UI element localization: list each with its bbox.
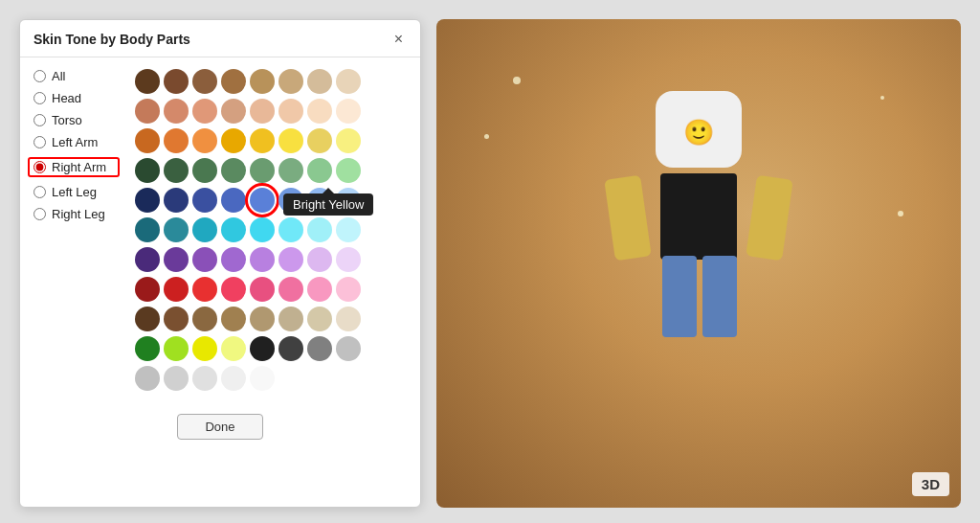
color-swatch-11[interactable]: [221, 99, 246, 124]
color-swatch-51[interactable]: [221, 247, 246, 272]
color-swatch-73[interactable]: [164, 336, 189, 361]
color-swatch-60[interactable]: [250, 277, 275, 302]
color-swatch-61[interactable]: [278, 277, 303, 302]
color-swatch-3[interactable]: [221, 69, 246, 94]
color-swatch-21[interactable]: [278, 128, 303, 153]
color-swatch-44[interactable]: [250, 217, 275, 242]
radio-torso[interactable]: [33, 114, 46, 126]
color-swatch-5[interactable]: [278, 69, 303, 94]
color-swatch-1[interactable]: [164, 69, 189, 94]
color-swatch-56[interactable]: [135, 277, 160, 302]
color-swatch-77[interactable]: [278, 336, 303, 361]
color-swatch-66[interactable]: [192, 307, 217, 331]
color-swatch-15[interactable]: [336, 99, 361, 124]
color-swatch-84[interactable]: [250, 366, 275, 391]
color-swatch-27[interactable]: [221, 158, 246, 183]
close-button[interactable]: ×: [390, 30, 407, 49]
color-swatch-72[interactable]: [135, 336, 160, 361]
color-swatch-32[interactable]: [135, 188, 160, 213]
done-button[interactable]: Done: [177, 414, 262, 440]
color-swatch-16[interactable]: [135, 128, 160, 153]
color-swatch-74[interactable]: [192, 336, 217, 361]
color-swatch-28[interactable]: [250, 158, 275, 183]
color-swatch-54[interactable]: [307, 247, 332, 272]
color-swatch-71[interactable]: [336, 307, 361, 331]
color-swatch-31[interactable]: [336, 158, 361, 183]
color-swatch-35[interactable]: [221, 188, 246, 213]
color-swatch-22[interactable]: [307, 128, 332, 153]
color-swatch-26[interactable]: [192, 158, 217, 183]
color-swatch-50[interactable]: [192, 247, 217, 272]
color-swatch-46[interactable]: [307, 217, 332, 242]
color-swatch-67[interactable]: [221, 307, 246, 331]
color-swatch-9[interactable]: [164, 99, 189, 124]
color-swatch-36[interactable]: [250, 188, 275, 213]
color-swatch-13[interactable]: [278, 99, 303, 124]
color-swatch-29[interactable]: [278, 158, 303, 183]
radio-item-head[interactable]: Head: [33, 91, 120, 105]
color-swatch-49[interactable]: [164, 247, 189, 272]
color-swatch-55[interactable]: [336, 247, 361, 272]
color-swatch-39[interactable]: [336, 188, 361, 213]
radio-item-all[interactable]: All: [33, 69, 120, 83]
radio-item-right-arm[interactable]: Right Arm: [28, 157, 120, 177]
color-swatch-63[interactable]: [336, 277, 361, 302]
color-swatch-24[interactable]: [135, 158, 160, 183]
color-swatch-7[interactable]: [336, 69, 361, 94]
color-swatch-34[interactable]: [192, 188, 217, 213]
color-swatch-8[interactable]: [135, 99, 160, 124]
color-swatch-64[interactable]: [135, 307, 160, 331]
color-swatch-25[interactable]: [164, 158, 189, 183]
color-swatch-43[interactable]: [221, 217, 246, 242]
color-swatch-52[interactable]: [250, 247, 275, 272]
color-swatch-4[interactable]: [250, 69, 275, 94]
color-swatch-79[interactable]: [336, 336, 361, 361]
color-swatch-76[interactable]: [250, 336, 275, 361]
color-swatch-33[interactable]: [164, 188, 189, 213]
color-swatch-47[interactable]: [336, 217, 361, 242]
color-swatch-23[interactable]: [336, 128, 361, 153]
radio-item-left-leg[interactable]: Left Leg: [33, 185, 120, 199]
color-swatch-78[interactable]: [307, 336, 332, 361]
color-swatch-57[interactable]: [164, 277, 189, 302]
color-swatch-65[interactable]: [164, 307, 189, 331]
radio-item-left-arm[interactable]: Left Arm: [33, 135, 120, 149]
color-swatch-53[interactable]: [278, 247, 303, 272]
color-swatch-18[interactable]: [192, 128, 217, 153]
radio-item-torso[interactable]: Torso: [33, 113, 120, 127]
color-swatch-6[interactable]: [307, 69, 332, 94]
color-swatch-62[interactable]: [307, 277, 332, 302]
color-swatch-20[interactable]: [250, 128, 275, 153]
color-swatch-81[interactable]: [164, 366, 189, 391]
color-swatch-42[interactable]: [192, 217, 217, 242]
color-swatch-2[interactable]: [192, 69, 217, 94]
color-swatch-83[interactable]: [221, 366, 246, 391]
color-swatch-82[interactable]: [192, 366, 217, 391]
color-swatch-0[interactable]: [135, 69, 160, 94]
color-swatch-40[interactable]: [135, 217, 160, 242]
color-swatch-68[interactable]: [250, 307, 275, 331]
color-swatch-75[interactable]: [221, 336, 246, 361]
color-swatch-37[interactable]: [278, 188, 303, 213]
color-swatch-48[interactable]: [135, 247, 160, 272]
color-swatch-19[interactable]: [221, 128, 246, 153]
radio-right-leg[interactable]: [33, 208, 46, 220]
radio-head[interactable]: [33, 92, 46, 104]
color-swatch-14[interactable]: [307, 99, 332, 124]
color-swatch-70[interactable]: [307, 307, 332, 331]
color-swatch-41[interactable]: [164, 217, 189, 242]
color-swatch-45[interactable]: [278, 217, 303, 242]
color-swatch-10[interactable]: [192, 99, 217, 124]
radio-left-leg[interactable]: [33, 186, 46, 198]
color-swatch-80[interactable]: [135, 366, 160, 391]
radio-item-right-leg[interactable]: Right Leg: [33, 207, 120, 221]
color-swatch-85[interactable]: [278, 366, 303, 391]
color-swatch-38[interactable]: [307, 188, 332, 213]
radio-left-arm[interactable]: [33, 136, 46, 148]
radio-all[interactable]: [33, 70, 46, 82]
color-swatch-17[interactable]: [164, 128, 189, 153]
color-swatch-59[interactable]: [221, 277, 246, 302]
color-swatch-30[interactable]: [307, 158, 332, 183]
color-swatch-58[interactable]: [192, 277, 217, 302]
color-swatch-12[interactable]: [250, 99, 275, 124]
